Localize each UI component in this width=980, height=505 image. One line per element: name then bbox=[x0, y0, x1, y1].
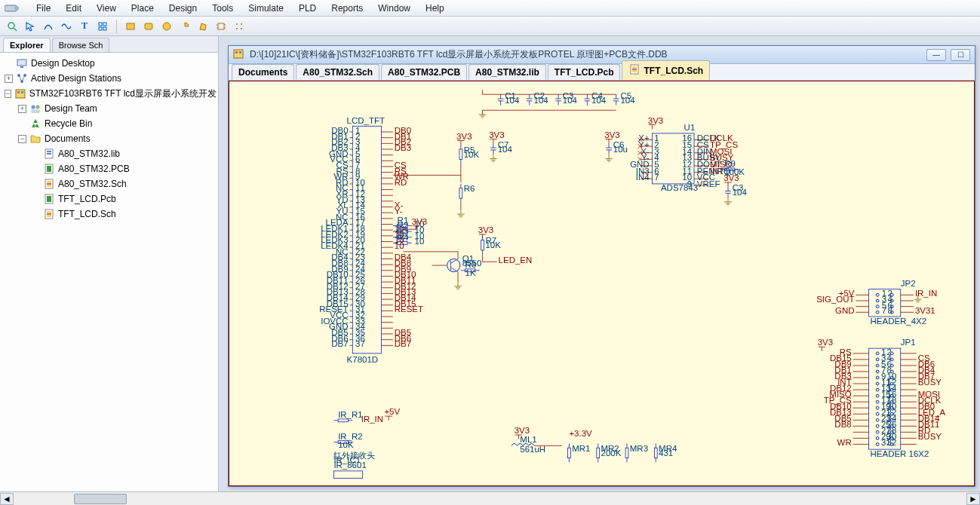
tree-label: STM32F103RBT6 TFT lcd显示屏最小系统开发 bbox=[29, 87, 217, 100]
horizontal-scrollbar[interactable]: ◄ ► bbox=[0, 491, 980, 505]
doc-tab[interactable]: TFT_LCD.Sch bbox=[622, 60, 710, 80]
scroll-thumb[interactable] bbox=[74, 494, 127, 504]
svg-point-571 bbox=[876, 418, 879, 421]
menu-simulate[interactable]: Simulate bbox=[241, 1, 291, 16]
tree-item[interactable]: TFT_LCD.Sch bbox=[2, 207, 217, 222]
tool-zoom-icon[interactable] bbox=[5, 19, 20, 34]
tree-label: A80_STM32.Sch bbox=[58, 179, 127, 189]
svg-text:32: 32 bbox=[887, 438, 897, 447]
svg-rect-646 bbox=[654, 448, 657, 458]
svg-text:3V3: 3V3 bbox=[723, 173, 739, 182]
tree-label: Design Desktop bbox=[31, 58, 95, 69]
sch-icon bbox=[43, 208, 55, 220]
scroll-right-icon[interactable]: ► bbox=[966, 493, 980, 505]
svg-text:104: 104 bbox=[591, 96, 607, 105]
expander-icon[interactable]: + bbox=[18, 105, 26, 113]
tree-item[interactable]: A80_STM32.Sch bbox=[2, 176, 217, 191]
tree-item[interactable]: +Design Team bbox=[2, 101, 217, 116]
svg-text:DB7: DB7 bbox=[331, 339, 348, 348]
sidebar-tabs: Explorer Browse Sch bbox=[0, 36, 218, 53]
svg-text:R6: R6 bbox=[464, 184, 475, 193]
doc-tab[interactable]: A80_STM32.Sch bbox=[296, 64, 379, 80]
svg-text:3V3: 3V3 bbox=[478, 225, 493, 234]
menu-place[interactable]: Place bbox=[124, 1, 161, 16]
tool-arc-icon[interactable] bbox=[41, 19, 56, 34]
tree-item[interactable]: TFT_LCD.Pcb bbox=[2, 191, 217, 207]
menu-help[interactable]: Help bbox=[418, 1, 452, 16]
menu-file[interactable]: File bbox=[29, 1, 58, 16]
tool-grid-icon[interactable] bbox=[95, 19, 110, 34]
tool-rect-round-icon[interactable] bbox=[141, 19, 156, 34]
scroll-left-icon[interactable]: ◄ bbox=[0, 493, 14, 505]
tree-label: Recycle Bin bbox=[45, 118, 92, 129]
sidebar: Explorer Browse Sch Design Desktop+Activ… bbox=[0, 36, 219, 491]
svg-text:Y-: Y- bbox=[395, 207, 403, 216]
doc-tab[interactable]: TFT_LCD.Pcb bbox=[548, 64, 621, 80]
svg-point-29 bbox=[36, 106, 40, 109]
svg-point-579 bbox=[876, 424, 879, 427]
tool-wave-icon[interactable] bbox=[59, 19, 74, 34]
svg-rect-8 bbox=[127, 23, 134, 29]
tree-item[interactable]: Design Desktop bbox=[2, 56, 217, 71]
sidebar-tab-explorer[interactable]: Explorer bbox=[3, 38, 51, 52]
svg-text:3V3: 3V3 bbox=[412, 217, 427, 226]
tool-array-icon[interactable] bbox=[232, 19, 247, 34]
svg-text:3V31: 3V31 bbox=[915, 306, 935, 315]
tool-poly-icon[interactable] bbox=[195, 19, 210, 34]
svg-point-28 bbox=[32, 106, 35, 109]
tree-item[interactable]: Recycle Bin bbox=[2, 116, 217, 131]
menu-pld[interactable]: PLD bbox=[291, 1, 324, 16]
menu-reports[interactable]: Reports bbox=[324, 1, 370, 16]
menu-view[interactable]: View bbox=[89, 1, 124, 16]
svg-rect-633 bbox=[568, 448, 571, 458]
tree-item[interactable]: +Active Design Stations bbox=[2, 71, 217, 86]
svg-text:ADS7843: ADS7843 bbox=[661, 183, 698, 192]
menu-tools[interactable]: Tools bbox=[204, 1, 241, 16]
menu-edit[interactable]: Edit bbox=[58, 1, 89, 16]
menu-design[interactable]: Design bbox=[161, 1, 204, 16]
svg-point-594 bbox=[876, 436, 879, 439]
maximize-button[interactable]: ☐ bbox=[951, 49, 970, 61]
tool-circle-icon[interactable] bbox=[159, 19, 174, 34]
tool-pie-icon[interactable] bbox=[177, 19, 192, 34]
sch-icon bbox=[628, 63, 641, 78]
expander-icon[interactable]: − bbox=[5, 90, 11, 98]
tool-select-icon[interactable] bbox=[23, 19, 38, 34]
tree-view[interactable]: Design Desktop+Active Design Stations−ST… bbox=[0, 53, 218, 491]
tool-component-icon[interactable] bbox=[214, 19, 229, 34]
tree-item[interactable]: A80_STM32.lib bbox=[2, 146, 217, 161]
expander-icon[interactable]: − bbox=[18, 135, 26, 143]
tool-text-icon[interactable]: T bbox=[77, 19, 92, 34]
tree-label: Active Design Stations bbox=[31, 73, 121, 84]
menu-window[interactable]: Window bbox=[370, 1, 418, 16]
expander-icon[interactable]: + bbox=[5, 75, 13, 83]
sidebar-tab-browse-sch[interactable]: Browse Sch bbox=[52, 38, 110, 52]
doc-tab[interactable]: Documents bbox=[232, 64, 294, 80]
titlebar: D:\[10]21IC\[资料储备]\STM32F103RBT6 TFT lcd… bbox=[229, 46, 975, 64]
pcb-icon bbox=[43, 163, 55, 175]
svg-text:BUSY: BUSY bbox=[918, 378, 942, 387]
svg-point-485 bbox=[876, 352, 879, 355]
svg-text:HEADER 16X2: HEADER 16X2 bbox=[871, 449, 929, 458]
tool-rect-fill-icon[interactable] bbox=[123, 19, 138, 34]
svg-point-17 bbox=[241, 23, 242, 25]
svg-point-601 bbox=[876, 443, 879, 446]
svg-text:DB3: DB3 bbox=[395, 143, 411, 152]
tree-label: Documents bbox=[45, 133, 91, 144]
tree-label: A80_STM32.lib bbox=[58, 148, 120, 159]
svg-text:104: 104 bbox=[620, 96, 635, 105]
schematic-canvas[interactable]: C1104C2104C3104C4104C5104LCD_TFTDB01DB0D… bbox=[229, 81, 975, 486]
svg-text:R8: R8 bbox=[465, 260, 477, 269]
tree-item[interactable]: −Documents bbox=[2, 131, 217, 146]
tree-item[interactable]: A80_STM32.PCB bbox=[2, 161, 217, 176]
svg-text:3V3: 3V3 bbox=[648, 116, 663, 125]
svg-rect-6 bbox=[99, 27, 102, 30]
tree-item[interactable]: −STM32F103RBT6 TFT lcd显示屏最小系统开发 bbox=[2, 86, 217, 101]
svg-line-347 bbox=[450, 268, 458, 272]
doc-tab[interactable]: A80_STM32.PCB bbox=[381, 64, 467, 80]
svg-text:JP2: JP2 bbox=[901, 279, 916, 288]
svg-text:104: 104 bbox=[505, 96, 520, 105]
minimize-button[interactable]: — bbox=[926, 49, 946, 61]
doc-tab[interactable]: A80_STM32.lib bbox=[468, 64, 546, 80]
svg-text:37: 37 bbox=[355, 339, 365, 348]
